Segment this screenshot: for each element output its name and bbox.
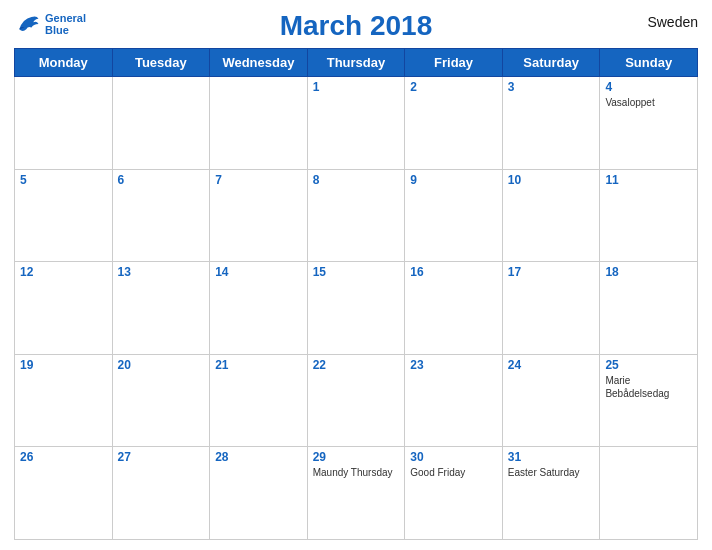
week-row-2: 567891011 [15, 169, 698, 262]
day-cell [112, 77, 210, 170]
day-number: 29 [313, 450, 400, 464]
day-cell: 20 [112, 354, 210, 447]
day-number: 15 [313, 265, 400, 279]
weekday-header-tuesday: Tuesday [112, 49, 210, 77]
week-row-5: 26272829Maundy Thursday30Good Friday31Ea… [15, 447, 698, 540]
day-number: 26 [20, 450, 107, 464]
day-event: Marie Bebådelsedag [605, 374, 692, 400]
day-cell: 19 [15, 354, 113, 447]
week-row-4: 19202122232425Marie Bebådelsedag [15, 354, 698, 447]
day-cell: 15 [307, 262, 405, 355]
day-cell: 30Good Friday [405, 447, 503, 540]
day-number: 9 [410, 173, 497, 187]
day-cell: 7 [210, 169, 308, 262]
day-number: 5 [20, 173, 107, 187]
day-event: Good Friday [410, 466, 497, 479]
day-event: Vasaloppet [605, 96, 692, 109]
day-cell: 21 [210, 354, 308, 447]
day-number: 3 [508, 80, 595, 94]
day-cell: 1 [307, 77, 405, 170]
day-number: 31 [508, 450, 595, 464]
day-number: 11 [605, 173, 692, 187]
day-number: 16 [410, 265, 497, 279]
day-number: 20 [118, 358, 205, 372]
day-cell: 26 [15, 447, 113, 540]
calendar-tbody: 1234Vasaloppet56789101112131415161718192… [15, 77, 698, 540]
calendar-title: March 2018 [280, 10, 433, 42]
day-cell: 11 [600, 169, 698, 262]
weekday-header-friday: Friday [405, 49, 503, 77]
day-cell: 13 [112, 262, 210, 355]
day-cell: 5 [15, 169, 113, 262]
logo-blue: Blue [45, 24, 69, 36]
day-cell: 28 [210, 447, 308, 540]
day-cell: 6 [112, 169, 210, 262]
day-number: 22 [313, 358, 400, 372]
week-row-3: 12131415161718 [15, 262, 698, 355]
day-cell: 2 [405, 77, 503, 170]
day-cell: 3 [502, 77, 600, 170]
day-cell: 22 [307, 354, 405, 447]
day-cell: 10 [502, 169, 600, 262]
day-cell: 27 [112, 447, 210, 540]
day-event: Easter Saturday [508, 466, 595, 479]
day-cell: 8 [307, 169, 405, 262]
weekday-header-monday: Monday [15, 49, 113, 77]
day-number: 14 [215, 265, 302, 279]
calendar-thead: MondayTuesdayWednesdayThursdayFridaySatu… [15, 49, 698, 77]
day-number: 18 [605, 265, 692, 279]
day-cell: 18 [600, 262, 698, 355]
logo: General Blue [14, 10, 86, 38]
day-number: 2 [410, 80, 497, 94]
country-label: Sweden [647, 14, 698, 30]
day-cell: 29Maundy Thursday [307, 447, 405, 540]
day-cell [15, 77, 113, 170]
day-number: 23 [410, 358, 497, 372]
day-cell [600, 447, 698, 540]
day-number: 13 [118, 265, 205, 279]
day-number: 1 [313, 80, 400, 94]
logo-text: General Blue [45, 12, 86, 36]
day-cell: 12 [15, 262, 113, 355]
day-cell: 4Vasaloppet [600, 77, 698, 170]
day-number: 10 [508, 173, 595, 187]
weekday-header-sunday: Sunday [600, 49, 698, 77]
weekday-header-saturday: Saturday [502, 49, 600, 77]
day-number: 27 [118, 450, 205, 464]
calendar-wrapper: General Blue March 2018 Sweden MondayTue… [0, 0, 712, 550]
day-number: 19 [20, 358, 107, 372]
day-number: 24 [508, 358, 595, 372]
day-cell: 17 [502, 262, 600, 355]
weekday-header-thursday: Thursday [307, 49, 405, 77]
day-number: 6 [118, 173, 205, 187]
weekday-header-wednesday: Wednesday [210, 49, 308, 77]
day-cell: 9 [405, 169, 503, 262]
day-cell [210, 77, 308, 170]
day-number: 30 [410, 450, 497, 464]
day-cell: 14 [210, 262, 308, 355]
day-number: 12 [20, 265, 107, 279]
day-number: 17 [508, 265, 595, 279]
day-number: 4 [605, 80, 692, 94]
day-number: 8 [313, 173, 400, 187]
day-number: 25 [605, 358, 692, 372]
week-row-1: 1234Vasaloppet [15, 77, 698, 170]
logo-icon [14, 10, 42, 38]
weekday-header-row: MondayTuesdayWednesdayThursdayFridaySatu… [15, 49, 698, 77]
day-number: 28 [215, 450, 302, 464]
day-number: 7 [215, 173, 302, 187]
day-cell: 24 [502, 354, 600, 447]
calendar-header: General Blue March 2018 Sweden [14, 10, 698, 42]
calendar-table: MondayTuesdayWednesdayThursdayFridaySatu… [14, 48, 698, 540]
logo-general: General [45, 12, 86, 24]
day-number: 21 [215, 358, 302, 372]
day-event: Maundy Thursday [313, 466, 400, 479]
day-cell: 31Easter Saturday [502, 447, 600, 540]
day-cell: 23 [405, 354, 503, 447]
day-cell: 25Marie Bebådelsedag [600, 354, 698, 447]
day-cell: 16 [405, 262, 503, 355]
